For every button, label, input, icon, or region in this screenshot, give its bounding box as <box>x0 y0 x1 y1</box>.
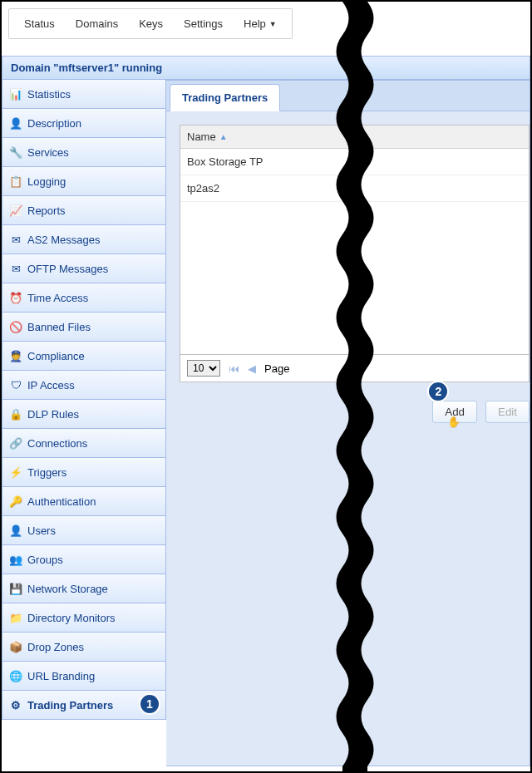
edit-button[interactable]: Edit <box>485 401 530 423</box>
cursor-icon: ✋ <box>447 416 461 428</box>
menu-settings[interactable]: Settings <box>184 17 223 30</box>
menu-status[interactable]: Status <box>24 17 55 30</box>
sidebar-item-trading-partners[interactable]: ⚙Trading Partners1 <box>2 691 166 720</box>
sidebar-item-dlp-rules[interactable]: 🔒DLP Rules <box>2 400 166 429</box>
menu-domains[interactable]: Domains <box>76 17 118 30</box>
time-access-icon: ⏰ <box>9 291 22 304</box>
sidebar-item-label: Network Storage <box>27 583 108 595</box>
page-size-select[interactable]: 10 <box>187 360 220 377</box>
tab-trading-partners[interactable]: Trading Partners <box>170 84 280 111</box>
sidebar-item-as2-messages[interactable]: ✉AS2 Messages <box>2 225 166 254</box>
menu-help[interactable]: Help ▼ <box>244 17 277 30</box>
reports-icon: 📈 <box>9 204 22 217</box>
domain-status-bar: Domain "mftserver1" running <box>2 56 530 80</box>
grid-panel: Name ▲ Box Storage TPtp2as2 10 ⏮ ◀ Page <box>180 125 530 382</box>
triggers-icon: ⚡ <box>9 465 22 479</box>
sidebar-item-label: Triggers <box>27 466 66 479</box>
sidebar-item-label: Trading Partners <box>27 699 113 711</box>
sidebar-item-label: Users <box>27 524 56 537</box>
grid-body: Box Storage TPtp2as2 <box>180 149 529 354</box>
sidebar-item-label: Authentication <box>27 495 96 508</box>
content-area: 📊Statistics👤Description🔧Services📋Logging… <box>2 80 530 766</box>
tab-strip: Trading Partners <box>166 81 530 111</box>
connections-icon: 🔗 <box>9 436 22 450</box>
first-page-icon[interactable]: ⏮ <box>229 362 239 375</box>
sort-asc-icon: ▲ <box>219 132 228 141</box>
sidebar-item-time-access[interactable]: ⏰Time Access <box>2 283 166 313</box>
groups-icon: 👥 <box>9 553 22 566</box>
sidebar-item-directory-monitors[interactable]: 📁Directory Monitors <box>2 603 166 633</box>
page-label: Page <box>264 362 289 375</box>
sidebar-item-description[interactable]: 👤Description <box>2 109 166 138</box>
services-icon: 🔧 <box>9 145 22 159</box>
sidebar-item-label: Time Access <box>27 292 88 304</box>
as2-messages-icon: ✉ <box>9 233 22 246</box>
sidebar-item-label: Statistics <box>27 88 71 101</box>
main-panel: Trading Partners Name ▲ Box Storage TPtp… <box>166 80 530 766</box>
sidebar-item-label: Reports <box>27 204 66 217</box>
chevron-down-icon: ▼ <box>269 20 277 28</box>
sidebar-item-network-storage[interactable]: 💾Network Storage <box>2 574 166 603</box>
statistics-icon: 📊 <box>9 87 22 101</box>
sidebar-item-reports[interactable]: 📈Reports <box>2 196 166 225</box>
sidebar-item-label: Groups <box>27 554 63 566</box>
sidebar-item-compliance[interactable]: 👮Compliance <box>2 342 166 371</box>
sidebar-item-statistics[interactable]: 📊Statistics <box>2 80 166 109</box>
sidebar-item-label: Banned Files <box>27 321 91 333</box>
sidebar-item-label: Services <box>27 146 69 159</box>
sidebar-item-services[interactable]: 🔧Services <box>2 138 166 167</box>
sidebar-item-ip-access[interactable]: 🛡IP Access <box>2 371 166 400</box>
sidebar-item-label: Directory Monitors <box>27 612 115 624</box>
sidebar-item-label: OFTP Messages <box>27 263 108 275</box>
sidebar-item-label: Description <box>27 117 81 130</box>
grid-header-name[interactable]: Name ▲ <box>180 126 529 149</box>
sidebar-item-label: Compliance <box>27 350 85 362</box>
sidebar-item-label: Drop Zones <box>27 641 84 653</box>
table-row[interactable]: tp2as2 <box>180 175 529 202</box>
sidebar-item-authentication[interactable]: 🔑Authentication <box>2 487 166 516</box>
sidebar-item-logging[interactable]: 📋Logging <box>2 167 166 196</box>
menu-keys[interactable]: Keys <box>139 17 163 30</box>
sidebar-item-label: URL Branding <box>27 670 95 682</box>
sidebar-item-label: Connections <box>27 437 87 450</box>
sidebar-item-users[interactable]: 👤Users <box>2 516 166 545</box>
sidebar-item-triggers[interactable]: ⚡Triggers <box>2 458 166 487</box>
prev-page-icon[interactable]: ◀ <box>248 362 256 375</box>
sidebar-item-oftp-messages[interactable]: ✉OFTP Messages <box>2 254 166 283</box>
sidebar-item-connections[interactable]: 🔗Connections <box>2 429 166 458</box>
sidebar-item-label: AS2 Messages <box>27 234 100 246</box>
sidebar-item-banned-files[interactable]: 🚫Banned Files <box>2 313 166 342</box>
oftp-messages-icon: ✉ <box>9 262 22 275</box>
top-menu: Status Domains Keys Settings Help ▼ <box>8 8 293 39</box>
sidebar-item-label: IP Access <box>27 379 75 391</box>
drop-zones-icon: 📦 <box>9 640 22 653</box>
callout-2: 2 <box>427 381 449 402</box>
sidebar: 📊Statistics👤Description🔧Services📋Logging… <box>2 80 166 766</box>
pager: 10 ⏮ ◀ Page <box>180 354 529 382</box>
callout-1: 1 <box>139 693 160 715</box>
action-buttons: 2 Add ✋ Edit <box>180 401 530 423</box>
sidebar-item-groups[interactable]: 👥Groups <box>2 545 166 574</box>
authentication-icon: 🔑 <box>9 495 22 508</box>
network-storage-icon: 💾 <box>9 582 22 595</box>
ip-access-icon: 🛡 <box>9 378 22 391</box>
table-row[interactable]: Box Storage TP <box>180 149 529 175</box>
directory-monitors-icon: 📁 <box>9 611 22 624</box>
compliance-icon: 👮 <box>9 349 22 362</box>
sidebar-item-label: DLP Rules <box>27 408 79 421</box>
dlp-rules-icon: 🔒 <box>9 407 22 421</box>
banned-files-icon: 🚫 <box>9 320 22 333</box>
sidebar-item-url-branding[interactable]: 🌐URL Branding <box>2 662 166 691</box>
sidebar-item-drop-zones[interactable]: 📦Drop Zones <box>2 633 166 662</box>
url-branding-icon: 🌐 <box>9 669 22 682</box>
logging-icon: 📋 <box>9 175 22 188</box>
sidebar-item-label: Logging <box>27 175 66 188</box>
description-icon: 👤 <box>9 116 22 130</box>
trading-partners-icon: ⚙ <box>9 698 22 711</box>
users-icon: 👤 <box>9 524 22 537</box>
